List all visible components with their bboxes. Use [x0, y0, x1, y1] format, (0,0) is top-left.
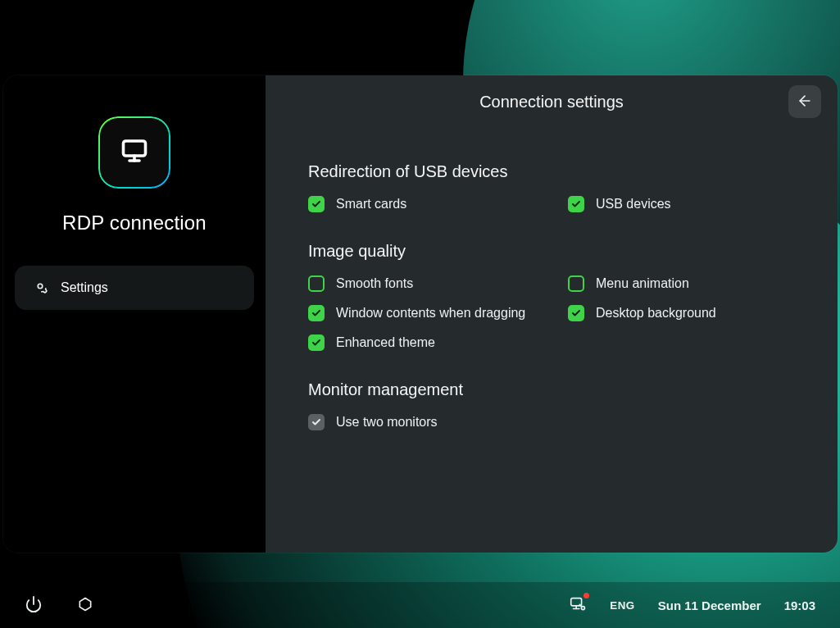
sidebar-item-label: Settings [61, 280, 108, 295]
taskbar-right: ENG Sun 11 December 19:03 [569, 595, 815, 616]
hexagon-icon [77, 596, 93, 615]
app-title: RDP connection [62, 212, 207, 234]
power-icon [25, 595, 43, 616]
svg-point-3 [38, 284, 43, 289]
sidebar-item-settings[interactable]: Settings [15, 266, 254, 310]
panel-header: Connection settings [308, 75, 795, 128]
network-tray-button[interactable] [569, 595, 587, 616]
checkbox-label: Smart cards [336, 197, 406, 212]
taskbar-date: Sun 11 December [658, 598, 761, 612]
checkbox-desktop-background[interactable]: Desktop background [568, 305, 795, 321]
taskbar-left [25, 595, 93, 616]
sidebar-nav: Settings [15, 266, 254, 310]
checkbox-smooth-fonts[interactable]: Smooth fonts [308, 275, 535, 292]
taskbar-time: 19:03 [784, 598, 815, 612]
section-title-usb: Redirection of USB devices [308, 162, 795, 181]
taskbar: ENG Sun 11 December 19:03 [0, 582, 840, 628]
app-badge [98, 116, 170, 189]
svg-marker-6 [79, 598, 90, 610]
main-panel: Connection settings Redirection of USB d… [266, 75, 838, 553]
checkbox-icon [568, 196, 584, 212]
section-monitor: Monitor management Use two monitors [308, 380, 795, 430]
back-button[interactable] [788, 85, 821, 118]
checkbox-two-monitors[interactable]: Use two monitors [308, 414, 795, 430]
notification-dot-icon [583, 593, 589, 598]
checkbox-label: Enhanced theme [336, 335, 435, 350]
section-usb: Redirection of USB devices Smart cards U… [308, 162, 795, 212]
sidebar: RDP connection Settings [3, 75, 266, 553]
svg-rect-0 [124, 141, 146, 156]
section-title-image: Image quality [308, 242, 795, 261]
monitor-icon [120, 136, 149, 169]
checkbox-label: Desktop background [596, 306, 716, 321]
section-title-monitor: Monitor management [308, 380, 795, 399]
checkbox-icon [568, 305, 584, 321]
checkbox-icon [308, 334, 325, 351]
checkbox-menu-animation[interactable]: Menu animation [568, 275, 795, 292]
gear-icon [31, 277, 49, 298]
checkbox-icon [308, 414, 325, 430]
checkbox-icon [308, 275, 325, 292]
checkbox-label: USB devices [596, 197, 671, 212]
checkbox-icon [568, 275, 584, 292]
arrow-left-icon [797, 93, 813, 111]
checkbox-icon [308, 305, 325, 321]
checkbox-enhanced-theme[interactable]: Enhanced theme [308, 334, 535, 351]
checkbox-smart-cards[interactable]: Smart cards [308, 196, 535, 212]
home-button[interactable] [77, 596, 93, 615]
section-image-quality: Image quality Smooth fonts Menu animatio… [308, 242, 795, 351]
panel-title: Connection settings [479, 93, 624, 111]
checkbox-usb-devices[interactable]: USB devices [568, 196, 795, 212]
checkbox-label: Smooth fonts [336, 276, 413, 291]
power-button[interactable] [25, 595, 43, 616]
language-indicator[interactable]: ENG [610, 599, 634, 612]
settings-window: RDP connection Settings Connection setti… [3, 75, 838, 553]
checkbox-window-drag-contents[interactable]: Window contents when dragging [308, 305, 535, 321]
checkbox-icon [308, 196, 325, 212]
checkbox-label: Menu animation [596, 276, 689, 291]
checkbox-label: Use two monitors [336, 415, 438, 430]
checkbox-label: Window contents when dragging [336, 306, 525, 321]
